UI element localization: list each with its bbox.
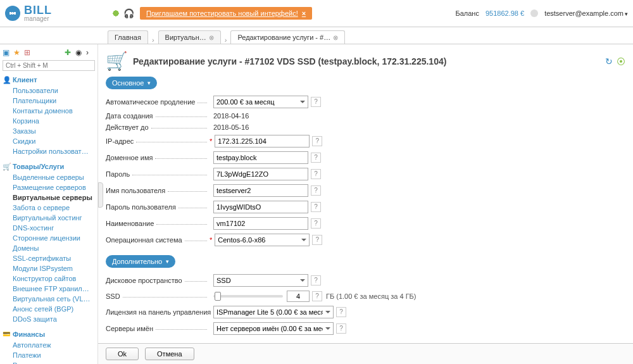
domain-input[interactable]	[213, 151, 308, 164]
password-input[interactable]	[213, 168, 308, 180]
nav-vds[interactable]: Виртуальные серверы	[3, 192, 95, 203]
label-os: Операционная система	[106, 236, 182, 244]
ns-select[interactable]: Нет серверов имён (0.00 € за месяц)	[213, 322, 334, 335]
nav-autopay[interactable]: Автоплатеж	[3, 340, 95, 350]
close-icon[interactable]: ⊗	[209, 34, 214, 41]
ok-button[interactable]: Ok	[106, 348, 139, 360]
section-main-toggle[interactable]: Основное	[106, 77, 157, 89]
user-icon[interactable]	[530, 9, 538, 17]
nav-discounts[interactable]: Скидки	[3, 136, 95, 146]
required-mark: *	[210, 137, 212, 145]
nav-dedicated[interactable]: Выделенные серверы	[3, 172, 95, 182]
nav-bgp[interactable]: Анонс сетей (BGP)	[3, 304, 95, 314]
nav-user-settings[interactable]: Настройки пользоват…	[3, 146, 95, 156]
hint-icon[interactable]: ?	[312, 235, 322, 245]
target-icon[interactable]	[75, 48, 84, 57]
label-username: Имя пользователя	[106, 187, 165, 194]
nav-users[interactable]: Пользователи	[3, 85, 95, 96]
nav-shared[interactable]: Виртуальный хостинг	[3, 213, 95, 223]
hint-icon[interactable]: ?	[311, 218, 321, 229]
hint-icon[interactable]: ?	[311, 202, 321, 212]
ssd-note: ГБ (1.00 € за месяц за 4 ГБ)	[326, 292, 416, 300]
balance-value[interactable]: 951862.98 €	[486, 9, 524, 17]
project-icon[interactable]	[3, 48, 11, 57]
hint-icon[interactable]: ?	[311, 153, 321, 163]
chevron-right-icon[interactable]	[86, 48, 95, 57]
hint-icon[interactable]: ?	[336, 323, 346, 334]
chevron-right-icon: ›	[151, 36, 156, 44]
tab-home[interactable]: Главная	[108, 30, 148, 44]
label-ns: Серверы имён	[106, 325, 153, 332]
nav-vlan[interactable]: Виртуальная сеть (VL…	[3, 294, 95, 304]
nav-group-finance[interactable]: Финансы	[3, 330, 95, 338]
nav-domains[interactable]: Домены	[3, 243, 95, 253]
hint-icon[interactable]: ?	[312, 291, 322, 301]
search-input[interactable]	[3, 60, 95, 71]
nav-colocation[interactable]: Размещение серверов	[3, 182, 95, 192]
nav-payments[interactable]: Платежи	[3, 350, 95, 360]
plus-icon[interactable]	[65, 48, 73, 57]
section-addon-toggle[interactable]: Дополнительно	[106, 255, 175, 268]
label-userpass: Пароль пользователя	[106, 203, 176, 211]
list-icon[interactable]	[24, 48, 33, 57]
hint-icon[interactable]: ?	[312, 136, 322, 146]
nav-cart[interactable]: Корзина	[3, 116, 95, 126]
cancel-button[interactable]: Отмена	[145, 348, 194, 360]
nav-sitebuilder[interactable]: Конструктор сайтов	[3, 273, 95, 284]
label-expires: Действует до	[106, 123, 149, 131]
user-menu[interactable]: testserver@example.com	[544, 9, 628, 17]
auto-renew-select[interactable]: 200.00 € за месяц	[213, 96, 308, 108]
hint-icon[interactable]: ?	[336, 307, 346, 317]
nav-payers[interactable]: Плательщики	[3, 96, 95, 106]
hint-icon[interactable]: ?	[311, 97, 321, 107]
userpass-input[interactable]	[213, 201, 308, 213]
expires-value: 2018-05-16	[213, 123, 249, 131]
status-icon[interactable]	[111, 8, 121, 18]
hint-icon[interactable]: ?	[311, 275, 321, 286]
tab-edit-service[interactable]: Редактирование услуги - #…⊗	[230, 30, 345, 44]
close-icon[interactable]: ⊗	[333, 34, 338, 41]
nav-group-client[interactable]: Клиент	[3, 76, 95, 84]
refresh-icon[interactable]	[605, 56, 613, 66]
help-icon[interactable]	[617, 56, 625, 66]
label-password: Пароль	[106, 170, 130, 178]
support-icon[interactable]	[123, 8, 134, 18]
banner-text: Приглашаем потестировать новый интерфейс…	[146, 9, 298, 17]
hint-icon[interactable]: ?	[311, 185, 321, 196]
ip-input[interactable]	[215, 135, 310, 147]
chevron-right-icon: ›	[223, 36, 229, 44]
label-disk: Дисковое пространство	[106, 277, 182, 284]
nav-ssl[interactable]: SSL-сертификаты	[3, 253, 95, 263]
slider-handle[interactable]	[215, 292, 221, 301]
nav-isp-modules[interactable]: Модули ISPsystem	[3, 263, 95, 273]
label-name: Наименование	[106, 220, 154, 227]
label-ip: IP-адрес	[106, 137, 134, 145]
logo[interactable]: BILL manager	[5, 5, 103, 21]
nav-care[interactable]: Забота о сервере	[3, 203, 95, 213]
new-ui-banner[interactable]: Приглашаем потестировать новый интерфейс…	[140, 7, 312, 20]
balance-label: Баланс	[456, 9, 479, 17]
ssd-slider[interactable]	[213, 295, 283, 298]
ssd-qty-input[interactable]	[287, 291, 310, 302]
nav-domain-contacts[interactable]: Контакты доменов	[3, 106, 95, 116]
os-select[interactable]: Centos-6.0-x86	[215, 234, 310, 246]
nav-ftp[interactable]: Внешнее FTP хранил…	[3, 284, 95, 294]
tab-virtual[interactable]: Виртуальн…⊗	[158, 30, 221, 44]
nav-group-services[interactable]: Товары/Услуги	[3, 163, 95, 170]
star-icon[interactable]	[13, 48, 22, 57]
nav-orders[interactable]: Заказы	[3, 126, 95, 136]
page-title: Редактирование услуги - #17102 VDS SSD (…	[133, 56, 446, 66]
required-mark: *	[210, 236, 212, 244]
nav-licenses[interactable]: Сторонние лицензии	[3, 233, 95, 243]
nav-ddos[interactable]: DDoS защита	[3, 314, 95, 324]
disk-select[interactable]: SSD	[213, 274, 308, 287]
username-input[interactable]	[213, 184, 308, 197]
hint-icon[interactable]: ?	[311, 169, 321, 179]
name-input[interactable]	[213, 217, 308, 230]
created-value: 2018-04-16	[213, 112, 249, 120]
sidebar: Клиент Пользователи Плательщики Контакты…	[0, 44, 98, 364]
close-icon[interactable]: ×	[302, 9, 306, 17]
panel-select[interactable]: ISPmanager Lite 5 (0.00 € за месяц)	[213, 306, 334, 318]
nav-dns[interactable]: DNS-хостинг	[3, 223, 95, 233]
nav-expenses[interactable]: Расходы	[3, 360, 95, 364]
